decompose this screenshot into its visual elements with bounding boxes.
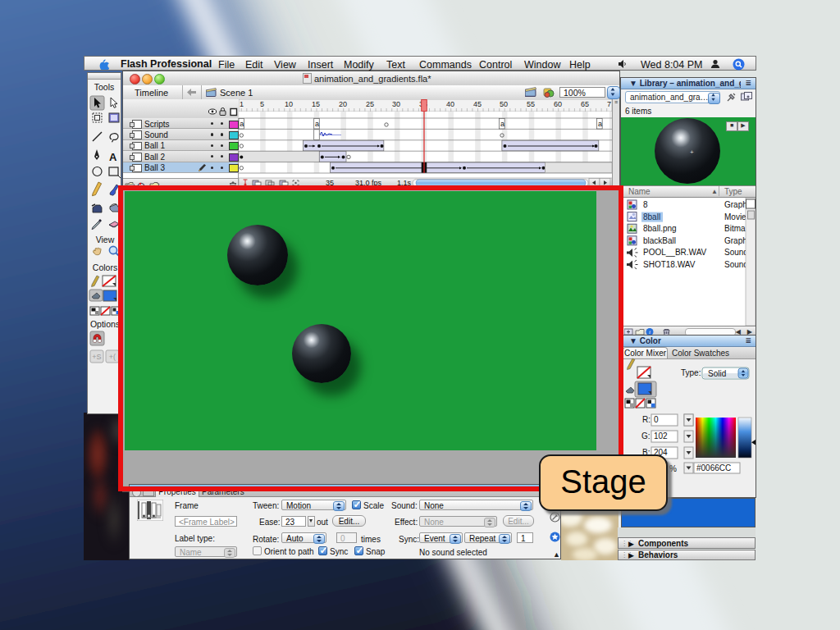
svg-text:1: 1	[240, 100, 244, 108]
svg-text:65: 65	[581, 100, 589, 108]
svg-text:R:: R:	[642, 415, 651, 424]
svg-text:102: 102	[654, 431, 668, 441]
svg-text:Movie: Movie	[724, 212, 746, 221]
svg-text:Graph: Graph	[724, 236, 747, 245]
svg-text:25: 25	[366, 100, 374, 108]
svg-text:8ball.png: 8ball.png	[643, 224, 677, 233]
svg-text:SHOT18.WAV: SHOT18.WAV	[643, 260, 696, 269]
svg-text:a: a	[315, 120, 319, 128]
svg-text:45: 45	[473, 100, 482, 108]
svg-text:Colors: Colors	[93, 262, 117, 272]
svg-text:View: View	[96, 235, 115, 244]
svg-text:55: 55	[527, 100, 535, 108]
svg-text:blackBall: blackBall	[643, 236, 676, 245]
svg-text:POOL__BR.WAV: POOL__BR.WAV	[643, 248, 707, 257]
svg-text:15: 15	[312, 100, 320, 108]
svg-text:0: 0	[654, 415, 659, 424]
svg-text:A: A	[109, 151, 117, 163]
svg-text:Sound: Sound	[724, 248, 748, 257]
svg-text:Type:: Type:	[681, 368, 701, 377]
svg-text:20: 20	[339, 100, 347, 108]
svg-text:7: 7	[607, 100, 611, 108]
svg-text:Bitma: Bitma	[724, 224, 746, 233]
svg-text:50: 50	[500, 100, 508, 108]
svg-text:Solid: Solid	[708, 369, 726, 378]
svg-text:Graph: Graph	[724, 200, 747, 209]
svg-text:#0066CC: #0066CC	[696, 463, 731, 472]
svg-text:a: a	[500, 120, 504, 128]
svg-text:30: 30	[392, 100, 400, 108]
svg-text:60: 60	[554, 100, 562, 108]
svg-text:Sound: Sound	[724, 260, 748, 269]
svg-text:40: 40	[446, 100, 454, 108]
svg-text:5: 5	[260, 100, 264, 108]
svg-text:+(: +(	[109, 353, 116, 361]
svg-text:8: 8	[643, 200, 648, 209]
svg-text:G:: G:	[641, 431, 651, 441]
svg-text:8ball: 8ball	[643, 212, 660, 221]
svg-text:Options: Options	[90, 319, 120, 329]
svg-text:a: a	[240, 120, 244, 128]
svg-text:+S: +S	[92, 353, 101, 361]
svg-text:%: %	[669, 464, 677, 473]
svg-text:10: 10	[285, 100, 293, 108]
svg-text:a: a	[598, 120, 602, 128]
